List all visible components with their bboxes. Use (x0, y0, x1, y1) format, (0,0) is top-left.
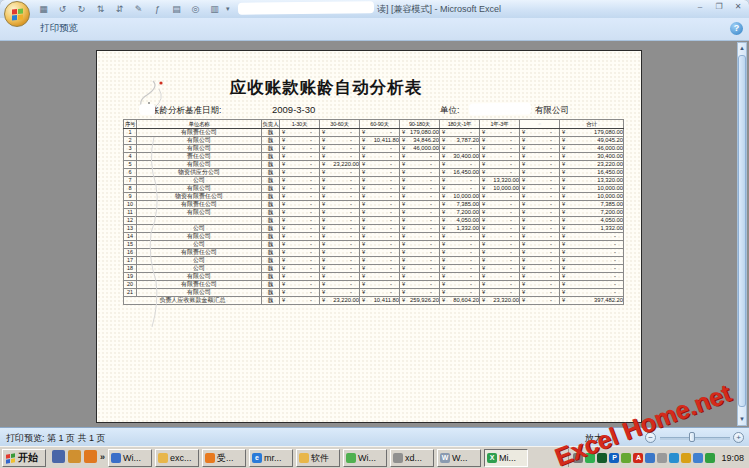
taskbar-button[interactable]: Wi... (343, 449, 387, 467)
firefox-icon[interactable] (84, 450, 97, 463)
qat-customize-icon[interactable]: ▾ (226, 5, 230, 13)
amount-value: - (390, 265, 392, 271)
amount-cell: ¥- (360, 289, 400, 297)
amount-value: - (390, 225, 392, 231)
minimize-button[interactable]: – (694, 2, 706, 11)
format-painter-icon[interactable]: ✎ (131, 3, 146, 16)
amount-cell: ¥7,385.00 (440, 201, 480, 209)
office-button[interactable] (4, 1, 30, 27)
insert-function-icon[interactable]: ƒ (150, 3, 165, 16)
redo-icon[interactable]: ↻ (74, 3, 89, 16)
amount-cell: ¥10,411.80 (360, 297, 400, 305)
currency-symbol: ¥ (322, 185, 325, 192)
taskbar-button[interactable]: xd... (390, 449, 434, 467)
vertical-scrollbar[interactable]: ▲ ▼ (737, 42, 747, 426)
currency-symbol: ¥ (522, 257, 525, 264)
owner-cell: 魏 (262, 233, 280, 241)
amount-value: - (550, 249, 552, 255)
sort-ascending-icon[interactable]: ⇅ (93, 3, 108, 16)
amount-cell: ¥- (320, 153, 360, 161)
amount-cell: ¥10,000.00 (560, 193, 624, 201)
scrollbar-thumb[interactable] (738, 55, 746, 407)
currency-symbol: ¥ (442, 297, 445, 304)
currency-symbol: ¥ (282, 129, 285, 136)
display-icon[interactable] (645, 453, 655, 463)
mail-icon[interactable] (68, 450, 81, 463)
amount-cell: ¥- (480, 201, 520, 209)
currency-symbol: ¥ (522, 185, 525, 192)
currency-symbol: ¥ (362, 217, 365, 224)
amount-value: - (430, 209, 432, 215)
currency-symbol: ¥ (562, 169, 565, 176)
taskbar-clock[interactable]: 19:08 (721, 453, 744, 463)
currency-symbol: ¥ (562, 161, 565, 168)
currency-symbol: ¥ (522, 225, 525, 232)
taskbar-button[interactable]: 软件 (296, 449, 340, 467)
sync-icon[interactable] (693, 453, 703, 463)
task-label: 受... (217, 452, 234, 465)
amount-value: 10,411.80 (374, 297, 399, 303)
amount-cell: ¥- (480, 241, 520, 249)
antivirus-icon[interactable]: A (633, 453, 643, 463)
zoom-slider-thumb[interactable] (689, 432, 695, 442)
restore-button[interactable]: ❐ (713, 2, 725, 11)
task-app-icon: X (487, 453, 497, 463)
preview-page[interactable]: 应收账款账龄自动分析表 账龄分析基准日期: 2009-3-30 单位: 有限公司… (96, 50, 642, 423)
wine-icon[interactable] (621, 453, 631, 463)
currency-symbol: ¥ (522, 161, 525, 168)
print-preview-icon[interactable]: ◎ (188, 3, 203, 16)
taskbar-button[interactable]: 受... (202, 449, 246, 467)
sort-descending-icon[interactable]: ⇵ (112, 3, 127, 16)
amount-cell: ¥23,220.00 (320, 161, 360, 169)
parking-icon[interactable]: P (609, 453, 619, 463)
amount-cell: ¥- (400, 257, 440, 265)
taskbar-button[interactable]: Wi... (108, 449, 152, 467)
zoom-in-button[interactable]: + (733, 432, 744, 443)
taskbar-button[interactable]: emr... (249, 449, 293, 467)
amount-value: - (470, 145, 472, 151)
print-icon[interactable]: ▥ (207, 3, 222, 16)
currency-symbol: ¥ (522, 145, 525, 152)
close-button[interactable]: ✕ (732, 2, 744, 11)
taskbar-button[interactable]: XMi... (484, 449, 528, 467)
scroll-down-icon[interactable]: ▼ (738, 414, 746, 425)
bluetooth-icon[interactable] (669, 453, 679, 463)
currency-symbol: ¥ (562, 297, 565, 304)
row-number-cell: 4 (124, 153, 137, 161)
currency-symbol: ¥ (562, 249, 565, 256)
quick-launch-more-icon[interactable]: » (100, 452, 105, 462)
amount-cell: ¥- (440, 289, 480, 297)
currency-symbol: ¥ (402, 257, 405, 264)
currency-symbol: ¥ (282, 193, 285, 200)
currency-symbol: ¥ (562, 201, 565, 208)
amount-cell: ¥- (360, 249, 400, 257)
save-icon[interactable]: ▦ (36, 3, 51, 16)
owner-cell: 魏 (262, 217, 280, 225)
amount-cell: ¥397,482.20 (560, 297, 624, 305)
amount-value: - (550, 177, 552, 183)
amount-value: 23,220.00 (333, 161, 359, 167)
scroll-up-icon[interactable]: ▲ (738, 43, 746, 54)
taskbar-button[interactable]: WW... (437, 449, 481, 467)
volume-icon[interactable] (681, 453, 691, 463)
currency-symbol: ¥ (362, 297, 365, 304)
amount-cell: ¥- (280, 193, 320, 201)
currency-symbol: ¥ (362, 129, 365, 136)
currency-symbol: ¥ (522, 217, 525, 224)
currency-symbol: ¥ (442, 225, 445, 232)
currency-symbol: ¥ (362, 177, 365, 184)
start-button[interactable]: 开始 (2, 449, 46, 467)
shield-icon[interactable] (705, 453, 715, 463)
taskbar-button[interactable]: exc... (155, 449, 199, 467)
help-icon[interactable]: ? (730, 22, 743, 35)
chart-icon[interactable]: ▤ (169, 3, 184, 16)
media-player-icon[interactable] (52, 450, 65, 463)
zoom-slider-track[interactable] (660, 437, 730, 440)
pc-icon[interactable] (657, 453, 667, 463)
currency-symbol: ¥ (522, 273, 525, 280)
tab-print-preview[interactable]: 打印预览 (40, 22, 78, 35)
amount-value: - (350, 169, 352, 175)
amount-value: - (390, 257, 392, 263)
undo-icon[interactable]: ↺ (55, 3, 70, 16)
amount-cell: ¥- (360, 129, 400, 137)
